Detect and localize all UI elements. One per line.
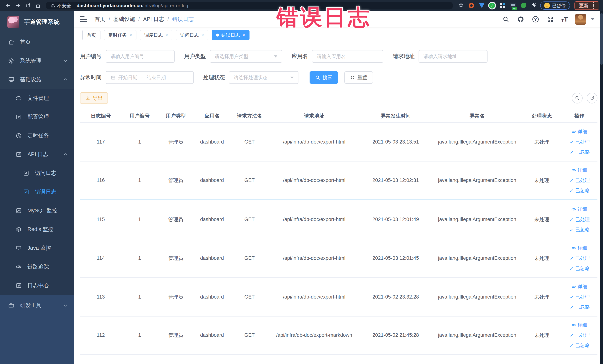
screen: 不安全 dashboard.yudao.iocoder.cn/infra/log… xyxy=(0,0,603,364)
browser-home-icon[interactable] xyxy=(34,1,42,10)
breadcrumb-item[interactable]: 基础设施 xyxy=(114,16,135,23)
processed-link[interactable]: 已处理 xyxy=(569,177,590,184)
sidebar-item-trace[interactable]: 链路追踪 xyxy=(0,257,74,276)
ignored-link[interactable]: 已忽略 xyxy=(569,265,590,272)
check-icon xyxy=(569,217,574,222)
sidebar-item-file-management[interactable]: 文件管理 xyxy=(0,89,74,107)
detail-link[interactable]: 详细 xyxy=(571,283,587,290)
ignored-link[interactable]: 已忽略 xyxy=(569,187,590,194)
processed-link[interactable]: 已处理 xyxy=(569,216,590,223)
detail-link[interactable]: 详细 xyxy=(571,167,587,173)
window-scrollbar[interactable] xyxy=(600,11,603,364)
sidebar-item-error-log[interactable]: 错误日志 xyxy=(0,182,74,201)
tab-access-log[interactable]: 访问日志× xyxy=(176,30,208,40)
detail-link[interactable]: 详细 xyxy=(571,245,587,251)
font-size-icon[interactable]: TT xyxy=(561,16,568,23)
security-chip[interactable]: 不安全 xyxy=(50,3,71,9)
list-on-icon[interactable] xyxy=(510,2,516,9)
sidebar-item-scheduled-tasks[interactable]: 定时任务 xyxy=(0,126,74,145)
search-icon[interactable] xyxy=(502,16,510,23)
close-icon[interactable]: × xyxy=(165,33,168,38)
blue-shield-icon[interactable] xyxy=(479,2,485,9)
detail-link[interactable]: 详细 xyxy=(571,129,587,135)
sidebar-item-system-management[interactable]: 系统管理 xyxy=(0,51,74,70)
logo-row[interactable]: 芋道管理系统 xyxy=(0,11,74,33)
sidebar-item-mysql-monitor[interactable]: MySQL 监控 xyxy=(0,201,74,220)
browser-update-button[interactable]: 更新 ⋮⋮ xyxy=(574,1,599,10)
export-button[interactable]: 导出 xyxy=(80,92,108,104)
tab-scheduled-tasks[interactable]: 定时任务× xyxy=(104,30,136,40)
cell-time: 2021-05-03 23:13:51 xyxy=(359,139,432,145)
green-leaf-icon[interactable] xyxy=(520,2,526,9)
ignored-link[interactable]: 已忽略 xyxy=(569,149,590,155)
user-type-select[interactable]: 请选择用户类型 xyxy=(210,50,282,63)
doc-icon xyxy=(16,282,22,289)
reset-button[interactable]: 重置 xyxy=(344,71,373,84)
app-name-input[interactable] xyxy=(312,50,383,63)
scrollbar-thumb[interactable] xyxy=(600,13,603,65)
breadcrumb-item[interactable]: 首页 xyxy=(94,16,105,23)
avatar-caret-icon[interactable] xyxy=(591,18,594,20)
sidebar-item-redis-monitor[interactable]: Redis 监控 xyxy=(0,220,74,239)
processed-link[interactable]: 已处理 xyxy=(569,139,590,145)
detail-link[interactable]: 详细 xyxy=(571,322,587,328)
tab-error-log[interactable]: 错误日志× xyxy=(212,30,250,40)
sidebar-item-api-log[interactable]: API 日志 xyxy=(0,145,74,164)
table-row: 1141管理员dashboardGET/api/infra/db-doc/exp… xyxy=(80,239,597,278)
detail-link[interactable]: 详细 xyxy=(571,206,587,212)
sidebar-item-log-center[interactable]: 日志中心 xyxy=(0,276,74,295)
browser-reload-icon[interactable] xyxy=(24,1,32,10)
collapse-sidebar-icon[interactable] xyxy=(80,16,87,23)
sidebar-item-java-monitor[interactable]: Java 监控 xyxy=(0,239,74,257)
request-url-input[interactable] xyxy=(418,50,487,63)
sidebar-item-access-log[interactable]: 访问日志 xyxy=(0,164,74,182)
fullscreen-icon[interactable] xyxy=(547,16,554,23)
breadcrumb-separator: / xyxy=(109,16,110,23)
sidebar-item-dev-tools[interactable]: 研发工具 xyxy=(0,295,74,316)
refresh-table-button[interactable] xyxy=(587,93,597,104)
tab-home[interactable]: 首页 xyxy=(82,30,101,40)
ignored-link[interactable]: 已忽略 xyxy=(569,304,590,310)
avatar[interactable] xyxy=(575,14,586,25)
paused-badge[interactable]: 已暂停 xyxy=(540,1,570,10)
processed-link[interactable]: 已处理 xyxy=(569,332,590,338)
cell-time: 2021-05-03 12:01:45 xyxy=(359,255,432,261)
browser-forward-icon[interactable] xyxy=(14,1,22,10)
cell-app: dashboard xyxy=(194,177,230,183)
exception-time-range-input[interactable]: 开始日期 - 结束日期 xyxy=(106,71,194,84)
tab-schedule-log[interactable]: 调度日志× xyxy=(140,30,172,40)
green-check-icon[interactable] xyxy=(489,2,495,9)
ignored-link[interactable]: 已忽略 xyxy=(569,226,590,233)
help-icon[interactable]: ? xyxy=(532,16,539,23)
processed-link[interactable]: 已处理 xyxy=(569,255,590,261)
orange-ring-icon[interactable] xyxy=(468,2,475,9)
cell-user_type: 管理员 xyxy=(158,294,194,300)
user-id-input[interactable] xyxy=(106,50,175,63)
sidebar-item-config-management[interactable]: 配置管理 xyxy=(0,107,74,126)
puzzle-icon[interactable] xyxy=(531,2,537,9)
grid-icon[interactable] xyxy=(499,2,506,9)
browser-menu-icon[interactable]: ⋮⋮ xyxy=(591,3,596,8)
breadcrumb-item[interactable]: API 日志 xyxy=(143,16,164,23)
address-bar[interactable]: 不安全 dashboard.yudao.iocoder.cn/infra/log… xyxy=(46,2,453,10)
sidebar-item-label: 访问日志 xyxy=(35,169,68,177)
browser-back-icon[interactable] xyxy=(4,1,12,10)
cell-user_id: 1 xyxy=(121,294,158,300)
sidebar-item-label: 日志中心 xyxy=(27,282,68,289)
search-button[interactable]: 搜索 xyxy=(310,71,338,84)
calendar-icon xyxy=(110,75,116,80)
close-icon[interactable]: × xyxy=(201,33,204,38)
sidebar-item-label: 系统管理 xyxy=(20,57,63,65)
github-icon[interactable] xyxy=(517,16,524,23)
close-icon[interactable]: × xyxy=(243,33,245,38)
star-icon[interactable] xyxy=(458,2,464,9)
close-icon[interactable]: × xyxy=(129,33,132,38)
processed-link[interactable]: 已处理 xyxy=(569,294,590,300)
sidebar-item-home[interactable]: 首页 xyxy=(0,33,74,51)
cell-time: 2021-05-02 23:32:28 xyxy=(359,294,432,300)
ignored-link[interactable]: 已忽略 xyxy=(569,342,590,349)
process-status-select[interactable]: 请选择处理状态 xyxy=(229,71,299,84)
sidebar-item-infrastructure[interactable]: 基础设施 xyxy=(0,70,74,89)
cell-url: /api/infra/db-doc/export-html xyxy=(269,217,359,222)
toggle-search-button[interactable] xyxy=(572,93,583,104)
